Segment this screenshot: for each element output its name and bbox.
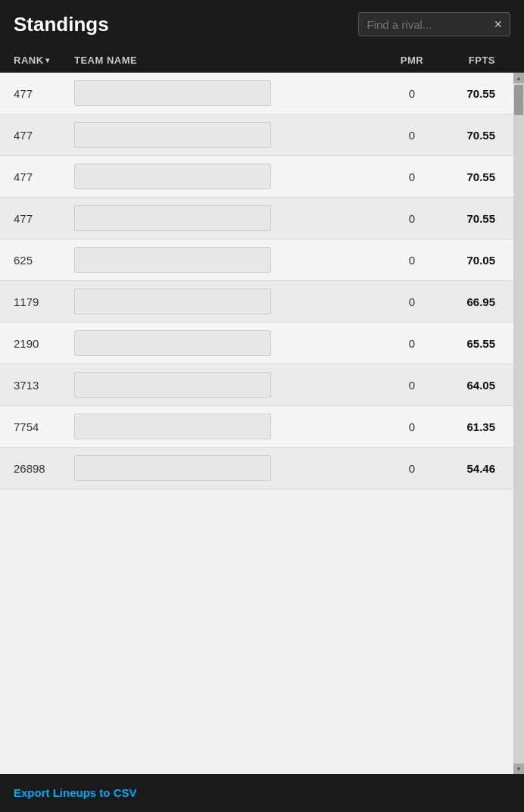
row-pmr: 0 (382, 87, 442, 100)
columns-header: RANK ▾ TEAM NAME PMR FPTS (0, 48, 524, 73)
row-rank: 26898 (14, 462, 74, 475)
scrollbar-down-button[interactable]: ▼ (513, 764, 524, 774)
col-pmr-header: PMR (382, 55, 442, 66)
row-rank: 477 (14, 129, 74, 142)
row-pmr: 0 (382, 420, 442, 433)
row-fpts: 70.55 (442, 212, 510, 225)
row-team (74, 122, 382, 148)
footer: Export Lineups to CSV (0, 774, 524, 812)
row-fpts: 64.05 (442, 379, 510, 392)
col-rank-header[interactable]: RANK ▾ (14, 55, 74, 66)
header: Standings × (0, 0, 524, 48)
export-csv-link[interactable]: Export Lineups to CSV (14, 786, 137, 799)
team-name-box (74, 330, 271, 356)
row-fpts: 70.55 (442, 129, 510, 142)
row-team (74, 330, 382, 356)
team-name-box (74, 247, 271, 273)
row-team (74, 80, 382, 106)
team-name-box (74, 80, 271, 106)
row-fpts: 54.46 (442, 462, 510, 475)
standings-table: 477 0 70.55 477 0 70.55 477 0 70.55 477 (0, 73, 524, 774)
row-pmr: 0 (382, 129, 442, 142)
row-team (74, 289, 382, 314)
row-team (74, 414, 382, 439)
row-rank: 7754 (14, 420, 74, 433)
table-row[interactable]: 26898 0 54.46 (0, 448, 524, 489)
row-fpts: 66.95 (442, 295, 510, 308)
team-name-box (74, 414, 271, 439)
table-row[interactable]: 477 0 70.55 (0, 73, 524, 114)
row-rank: 2190 (14, 337, 74, 350)
page-title: Standings (14, 13, 109, 36)
table-row[interactable]: 477 0 70.55 (0, 156, 524, 198)
row-team (74, 164, 382, 189)
row-fpts: 65.55 (442, 337, 510, 350)
row-pmr: 0 (382, 379, 442, 392)
row-rank: 1179 (14, 295, 74, 308)
search-input[interactable] (366, 18, 488, 31)
table-row[interactable]: 1179 0 66.95 (0, 281, 524, 323)
scrollbar-thumb[interactable] (514, 85, 523, 115)
row-rank: 477 (14, 87, 74, 100)
row-team (74, 372, 382, 398)
team-name-box (74, 372, 271, 398)
row-team (74, 455, 382, 481)
team-name-box (74, 205, 271, 231)
row-pmr: 0 (382, 212, 442, 225)
row-team (74, 247, 382, 273)
search-box: × (358, 12, 510, 36)
col-team-header: TEAM NAME (74, 55, 382, 66)
scrollbar-up-button[interactable]: ▲ (513, 73, 524, 83)
row-pmr: 0 (382, 170, 442, 183)
row-rank: 3713 (14, 379, 74, 392)
table-row[interactable]: 477 0 70.55 (0, 114, 524, 156)
scrollbar-track: ▲ ▼ (513, 73, 524, 774)
row-team (74, 205, 382, 231)
table-row[interactable]: 7754 0 61.35 (0, 406, 524, 448)
row-rank: 625 (14, 254, 74, 267)
row-fpts: 70.55 (442, 87, 510, 100)
team-name-box (74, 122, 271, 148)
row-pmr: 0 (382, 254, 442, 267)
row-fpts: 70.05 (442, 254, 510, 267)
row-pmr: 0 (382, 462, 442, 475)
row-pmr: 0 (382, 295, 442, 308)
row-rank: 477 (14, 212, 74, 225)
table-row[interactable]: 3713 0 64.05 (0, 364, 524, 406)
team-name-box (74, 289, 271, 314)
close-icon[interactable]: × (494, 17, 502, 31)
row-pmr: 0 (382, 337, 442, 350)
team-name-box (74, 455, 271, 481)
row-fpts: 61.35 (442, 420, 510, 433)
table-row[interactable]: 625 0 70.05 (0, 239, 524, 281)
table-row[interactable]: 477 0 70.55 (0, 198, 524, 239)
row-rank: 477 (14, 170, 74, 183)
col-fpts-header: FPTS (442, 55, 510, 66)
table-row[interactable]: 2190 0 65.55 (0, 323, 524, 364)
sort-arrow-icon: ▾ (45, 56, 50, 64)
row-fpts: 70.55 (442, 170, 510, 183)
team-name-box (74, 164, 271, 189)
